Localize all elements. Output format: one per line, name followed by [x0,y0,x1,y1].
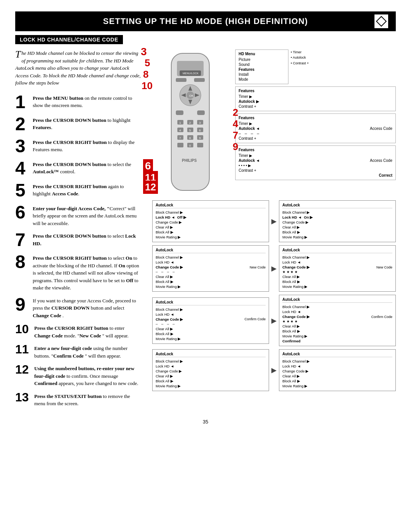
al3-block-channel: Block Channel ▶ [156,255,266,260]
al6-change-code: Change Code ▶Confirm Code [282,314,392,319]
al6-movie-rating: Movie Rating ▶ [282,334,392,339]
al5-block-all: Block All ▶ [156,331,266,336]
step-label-9: 9 [233,141,238,153]
arrow-3-4: ▶ [271,264,277,273]
step-content-7: Press the CURSOR DOWN button to select L… [33,231,141,247]
step-13: 13 Press the STATUS/EXIT button to remov… [15,391,141,407]
hd-sub-timer: • Timer [291,50,309,55]
step-content-3: Press the CURSOR RIGHT button to display… [33,137,141,153]
hd-menu-panel: HD Menu Picture Sound Features Install M… [235,50,288,84]
step-10: 10 Press the CURSOR RIGHT button to ente… [15,323,141,339]
step-content-1: Press the MENU button on the remote cont… [33,93,141,109]
al5-lock-hd: Lock HD ◄ [156,312,266,317]
step-number-12: 12 [15,363,31,375]
al8-block-all: Block All ▶ [282,379,392,383]
al2-clear-all: Clear All ▶ [282,225,392,230]
al1-movie-rating: Movie Rating ▶ [156,235,266,240]
al4-new-code-stars: ★ ★ ★ ★ [282,270,392,274]
step-label-7: 7 [233,129,238,141]
step-label-12: 12 [143,181,158,194]
right-layout: 3 5 8 10 2 4 7 9 6 11 12 [152,50,396,394]
right-column: 3 5 8 10 2 4 7 9 6 11 12 [152,50,396,411]
svg-text:4: 4 [179,129,181,132]
step-content-6: Enter your four-digit Access Code, "Corr… [33,203,141,227]
autolock-panel-6: AutoLock Block Channel ▶ Lock HD ◄ Chang… [279,295,396,346]
step-content-13: Press the STATUS/EXIT button to remove t… [34,391,141,407]
step-number-6: 6 [15,203,30,222]
intro-paragraph: T he HD Mode channel can be blocked to c… [15,50,141,87]
al2-block-all: Block All ▶ [282,230,392,235]
al3-lock-hd: Lock HD ◄ [156,260,266,265]
remote-container: 3 5 8 10 2 4 7 9 6 11 12 [152,50,232,196]
al2-lock-hd: Lock HD ◄ On ▶ [282,215,392,220]
svg-rect-20 [177,143,183,147]
hd-menu-picture: Picture [239,57,285,62]
autolock-row-2: AutoLock Block Channel ▶ Lock HD ◄ Chang… [152,245,396,292]
al2-movie-rating: Movie Rating ▶ [282,235,392,240]
step-content-9: If you want to change your Access Code, … [33,296,141,320]
intro-text: he HD Mode channel can be blocked to cen… [15,50,141,86]
al1-title: AutoLock [156,203,266,208]
al4-title: AutoLock [282,248,392,253]
step-label-10: 10 [142,80,153,92]
features-title-1: Features [239,89,392,93]
al2-title: AutoLock [282,203,392,208]
f3-autolock: Autolock ◄Access Code [239,158,392,163]
al6-confirm-stars: ★ ★ ★ ★ [282,319,392,324]
step-3: 3 Press the CURSOR RIGHT button to displ… [15,137,141,155]
step-4: 4 Press the CURSOR DOWN button to select… [15,159,141,177]
features-title-3: Features [239,148,392,152]
al1-lock-hd: Lock HD ◄ Off ▶ [156,215,266,220]
f2-dashes: — — — — [239,131,392,136]
step-11: 11 Enter a new four-digit code using the… [15,343,141,359]
f1-autolock: Autolock ▶ [239,99,392,104]
al3-new-code-dashes: — — — — [156,270,266,274]
step-6: 6 Enter your four-digit Access Code, "Co… [15,203,141,227]
hd-menu-sound: Sound [239,62,285,67]
al8-clear-all: Clear All ▶ [282,374,392,379]
al6-clear-all: Clear All ▶ [282,324,392,329]
autolock-panel-4: AutoLock Block Channel ▶ Lock HD ◄ Chang… [279,245,396,292]
hd-menu-mode: Mode [239,77,285,82]
al3-block-all: Block All ▶ [156,279,266,284]
svg-rect-9 [176,110,183,115]
step-7: 7 Press the CURSOR DOWN button to select… [15,231,141,249]
step-content-11: Enter a new four-digit code using the nu… [34,343,141,359]
remote-svg: OK [152,50,228,194]
step-label-5: 5 [145,57,150,69]
step-number-7: 7 [15,231,30,249]
al6-confirmed: Confirmed [282,339,392,343]
page-header: Setting up the HD Mode (High Definition) [15,11,396,31]
step-content-5: Press the CURSOR RIGHT button again to h… [33,181,141,198]
step-number-5: 5 [15,181,30,200]
hd-menu-sub: • Timer • Autolock • Contrast + [291,50,309,66]
f1-contrast: Contrast + [239,104,392,109]
autolock-panel-2: AutoLock Block Channel ▶ Lock HD ◄ On ▶ … [279,200,396,242]
hd-sub-autolock: • Autolock [291,55,309,60]
al7-block-channel: Block Channel ▶ [156,359,266,364]
step-content-10: Press the CURSOR RIGHT button to enter C… [34,323,141,339]
first-letter: T [15,50,21,59]
f3-contrast: Contrast + [239,168,392,173]
svg-text:OK: OK [189,94,194,97]
step-number-11: 11 [15,343,31,355]
al6-lock-hd: Lock HD ◄ [282,309,392,314]
right-panels: HD Menu Picture Sound Features Install M… [235,50,396,180]
step-2: 2 Press the CURSOR DOWN button to highli… [15,115,141,133]
hd-menu-row: HD Menu Picture Sound Features Install M… [235,50,396,84]
svg-text:0: 0 [189,144,191,147]
step-label-2: 2 [233,107,238,118]
al8-movie-rating: Movie Rating ▶ [282,383,392,388]
al4-block-all: Block All ▶ [282,279,392,284]
autolock-row-3: AutoLock Block Channel ▶ Lock HD ◄ Chang… [152,295,396,346]
step-label-3: 3 [141,46,147,58]
al8-block-channel: Block Channel ▶ [282,359,392,364]
f2-contrast: Contrast + [239,136,392,141]
al5-clear-all: Clear All ▶ [156,326,266,331]
svg-text:8: 8 [189,136,191,140]
al7-block-all: Block All ▶ [156,379,266,383]
section-heading: Lock HD Channel/Change Code [15,35,123,44]
step-label-4: 4 [233,118,238,130]
al5-block-channel: Block Channel ▶ [156,307,266,312]
f2-autolock: Autolock ◄Access Code [239,126,392,131]
